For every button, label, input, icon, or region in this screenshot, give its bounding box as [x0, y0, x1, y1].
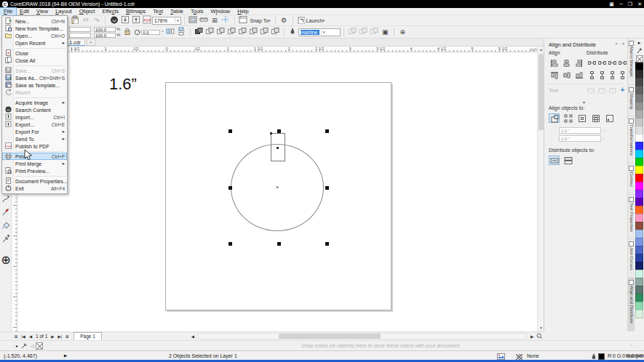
file-menu-item-open-recent[interactable]: Open Recent▸	[2, 39, 67, 47]
order-forward-one-icon[interactable]	[215, 28, 226, 37]
align-center-v-icon[interactable]	[561, 71, 572, 80]
docker-menu-icon[interactable]: ▪	[616, 41, 617, 46]
outline-pen-icon[interactable]	[287, 28, 298, 37]
file-menu-item-new-from-template[interactable]: New from Template...	[2, 25, 67, 32]
order-to-front-icon[interactable]	[194, 28, 204, 37]
status-flyout-icon[interactable]: ▶	[64, 353, 67, 358]
order-to-back-icon[interactable]	[204, 28, 215, 37]
last-page-icon[interactable]: ▶|	[56, 334, 63, 339]
file-menu-item-print-merge[interactable]: Print Merge▸	[2, 160, 67, 167]
minimize-button[interactable]: ─	[619, 1, 623, 7]
menu-text[interactable]: Text	[149, 8, 167, 15]
show-rulers-icon[interactable]	[199, 16, 210, 25]
file-menu-item-export-for[interactable]: Export For▸	[2, 128, 67, 135]
undo-icon[interactable]: ↶▾	[80, 16, 91, 25]
dist-spacing-h-icon[interactable]	[607, 58, 618, 68]
selection-handle[interactable]	[325, 242, 329, 246]
vertical-scroll-thumb[interactable]	[538, 54, 544, 130]
convert-to-curves-icon[interactable]	[358, 28, 369, 37]
lock-ratio-icon[interactable]	[122, 28, 132, 37]
restore-button[interactable]: ❐	[628, 1, 632, 7]
new-document-tab-button[interactable]: +	[87, 39, 95, 46]
align-to-grid-icon[interactable]	[590, 113, 601, 123]
drawing-canvas[interactable]: 1.6” ×	[17, 52, 537, 331]
object-node[interactable]	[277, 147, 279, 149]
align-point-y-field[interactable]: 2.0 "	[559, 135, 601, 142]
object-position-fields-0[interactable]	[69, 27, 91, 32]
selection-handle[interactable]	[277, 129, 281, 133]
selection-handle[interactable]	[228, 242, 232, 246]
extent-of-selection-icon[interactable]	[549, 156, 560, 165]
file-menu-item-acquire-image[interactable]: Acquire Image▸	[2, 99, 67, 106]
import-icon[interactable]	[119, 16, 130, 25]
file-menu-item-print-preview[interactable]: Print Preview...	[2, 167, 67, 174]
dist-center-h-icon[interactable]	[597, 58, 608, 68]
full-screen-preview-icon[interactable]	[188, 16, 199, 25]
paste-icon[interactable]	[69, 16, 80, 25]
add-page-after-icon[interactable]: ⊞	[63, 334, 71, 339]
docker-tab-join-curves[interactable]: Join Curves	[628, 239, 635, 278]
file-menu-item-exit[interactable]: ExitAlt+F4	[2, 185, 67, 192]
pan-zoom-icon[interactable]	[536, 333, 544, 340]
docker-tab-shaping[interactable]: Shaping	[628, 85, 635, 117]
add-page-before-icon[interactable]: ⊞	[12, 334, 20, 339]
menu-file[interactable]: File	[0, 8, 16, 15]
add-align-option-icon[interactable]: +	[617, 85, 628, 94]
extent-of-page-icon[interactable]	[562, 156, 573, 165]
selection-handle[interactable]	[325, 129, 329, 133]
file-menu-item-search-content[interactable]: Search Content	[2, 106, 67, 113]
add-tools-icon[interactable]: ⊕	[1, 254, 11, 265]
order-back-one-icon[interactable]	[226, 28, 237, 37]
docker-tab-macro-manager[interactable]: Macro Manager	[628, 39, 635, 85]
palette-scroll-left-icon[interactable]: ◁	[31, 343, 34, 348]
text-bounding-box-icon[interactable]	[607, 86, 618, 95]
palette-expand-icons[interactable]: ⌃⌄	[629, 344, 637, 348]
palette-flyout-icon[interactable]: ▸	[16, 343, 18, 348]
object-scale-fields-1[interactable]: 100.0	[94, 33, 116, 38]
mirror-horizontal-icon[interactable]	[165, 28, 176, 37]
dist-center-v-icon[interactable]	[597, 71, 608, 80]
show-guidelines-icon[interactable]	[220, 16, 231, 25]
eyedropper-tool-icon[interactable]	[1, 234, 11, 244]
align-left-icon[interactable]	[549, 58, 560, 68]
dist-top-icon[interactable]	[587, 71, 597, 80]
selection-handle[interactable]	[325, 186, 329, 190]
flatten-objects-icon[interactable]	[369, 28, 380, 37]
page-tab[interactable]: Page 1	[73, 332, 102, 340]
align-top-icon[interactable]	[549, 71, 560, 80]
dist-bottom-icon[interactable]	[617, 71, 628, 80]
ungroup-objects-icon[interactable]	[248, 28, 259, 37]
file-menu-item-document-properties[interactable]: Document Properties...	[2, 177, 67, 185]
collapse-caret-icon[interactable]: ▲	[582, 100, 586, 104]
first-page-icon[interactable]: |◀	[20, 334, 27, 339]
docker-tab-align-and-distribute[interactable]: Align and Distribute	[628, 278, 635, 331]
wrap-paragraph-text-icon[interactable]	[347, 28, 358, 37]
weld-objects-icon[interactable]	[270, 28, 281, 37]
combo-arrow-icon[interactable]: ▾	[321, 30, 325, 34]
align-to-page-center-icon[interactable]	[576, 113, 587, 123]
file-menu-item-save-as[interactable]: Save As...Ctrl+Shift+S	[2, 74, 67, 81]
palette-flyout-arrow-icon[interactable]: ▸	[635, 39, 643, 47]
dist-right-icon[interactable]	[617, 58, 628, 68]
align-to-page-edge-icon[interactable]	[562, 113, 573, 123]
object-position-fields-1[interactable]	[69, 33, 91, 38]
horizontal-scroll-thumb[interactable]	[279, 334, 381, 339]
horizontal-scrollbar[interactable]	[198, 333, 527, 339]
docker-tab-text-properties[interactable]: Text Properties	[628, 195, 635, 240]
text-last-baseline-icon[interactable]	[596, 86, 607, 95]
rotation-angle-field-value[interactable]: 0.0	[141, 30, 160, 35]
docker-tab-contour[interactable]: Contour	[628, 164, 635, 195]
selection-handle[interactable]	[228, 129, 232, 133]
previous-page-icon[interactable]: ◀	[27, 334, 34, 339]
mirror-vertical-icon[interactable]	[176, 28, 187, 37]
close-button[interactable]: ✕	[637, 1, 642, 7]
align-center-h-icon[interactable]	[561, 58, 572, 68]
file-menu-item-save[interactable]: Save...Ctrl+S	[2, 67, 67, 74]
scroll-right-icon[interactable]: ▶	[528, 334, 536, 339]
file-menu-item-publish-to-pdf[interactable]: PDFPublish to PDF	[2, 142, 67, 150]
selection-handle[interactable]	[228, 186, 232, 190]
publish-pdf-icon[interactable]: PDF	[141, 16, 152, 25]
file-menu-item-close[interactable]: Close	[2, 49, 67, 57]
menu-edit[interactable]: Edit	[16, 8, 33, 15]
dist-left-icon[interactable]	[587, 58, 597, 68]
